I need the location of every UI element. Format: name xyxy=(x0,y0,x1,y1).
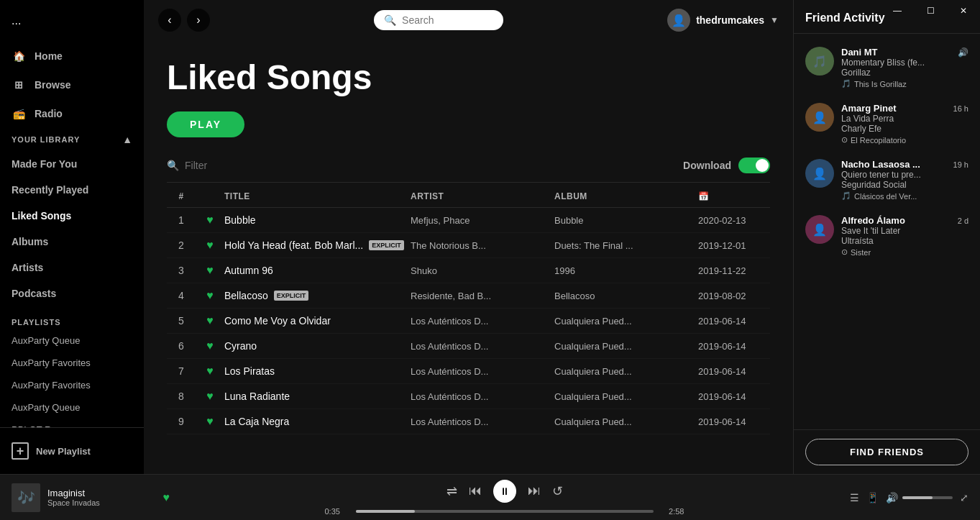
heart-icon[interactable]: ♥ xyxy=(196,390,224,403)
heart-icon[interactable]: ♥ xyxy=(196,314,224,327)
col-artist[interactable]: ARTIST xyxy=(411,191,554,201)
song-title-area: Luna Radiante xyxy=(224,391,411,402)
table-row[interactable]: 2 ♥ Hold Ya Head (feat. Bob Marl... EXPL… xyxy=(167,233,770,258)
table-row[interactable]: 5 ♥ Como Me Voy a Olvidar Los Auténticos… xyxy=(167,309,770,334)
sidebar-top: ··· 🏠 Home ⊞ Browse 📻 Radio YOUR LIBR xyxy=(0,0,144,312)
search-bar[interactable]: 🔍 xyxy=(374,10,503,30)
song-title-area: Hold Ya Head (feat. Bob Marl... EXPLICIT xyxy=(224,240,411,251)
playlist-item[interactable]: AuxParty Favorites xyxy=(0,352,144,374)
repeat-button[interactable]: ↺ xyxy=(552,483,563,499)
progress-track[interactable] xyxy=(356,510,654,513)
row-number: 4 xyxy=(167,290,196,301)
playlist-item[interactable]: AuxParty Queue xyxy=(0,396,144,419)
find-friends-button[interactable]: FIND FRIENDS xyxy=(805,439,968,465)
volume-control: 🔊 xyxy=(886,492,953,503)
col-heart xyxy=(196,191,224,201)
fullscreen-icon[interactable]: ⤢ xyxy=(960,492,968,503)
friend-info: Dani MT 🔊 Momentary Bliss (fe... Gorilla… xyxy=(841,47,968,88)
next-button[interactable]: ⏭ xyxy=(528,483,541,498)
queue-icon[interactable]: ☰ xyxy=(850,492,859,503)
songs-list: 1 ♥ Bubble Mefjus, Phace Bubble 2020-02-… xyxy=(167,208,770,434)
progress-bar-area: 0:35 2:58 xyxy=(325,507,684,516)
sidebar-item-home[interactable]: 🏠 Home xyxy=(0,42,144,70)
friend-song: Save It 'til Later xyxy=(841,226,968,236)
friend-info: Amarg Pinet 16 h La Vida Perra Charly Ef… xyxy=(841,103,968,145)
song-artist: The Notorious B... xyxy=(411,240,554,251)
play-button[interactable]: PLAY xyxy=(167,111,244,137)
play-pause-button[interactable]: ⏸ xyxy=(493,480,516,503)
col-title[interactable]: TITLE xyxy=(224,191,411,201)
player-right: ☰ 📱 🔊 ⤢ xyxy=(839,492,968,503)
sidebar-item-podcasts[interactable]: Podcasts xyxy=(0,280,144,306)
explicit-badge: EXPLICIT xyxy=(274,291,309,301)
friend-name-row: Dani MT 🔊 xyxy=(841,47,968,58)
new-playlist-button[interactable]: + New Playlist xyxy=(12,439,132,462)
volume-icon[interactable]: 🔊 xyxy=(886,492,898,503)
heart-icon[interactable]: ♥ xyxy=(196,415,224,428)
table-row[interactable]: 7 ♥ Los Piratas Los Auténticos D... Cual… xyxy=(167,359,770,384)
table-row[interactable]: 3 ♥ Autumn 96 Shuko 1996 2019-11-22 xyxy=(167,258,770,283)
table-row[interactable]: 9 ♥ La Caja Negra Los Auténticos D... Cu… xyxy=(167,409,770,434)
volume-slider[interactable] xyxy=(902,496,953,499)
col-album[interactable]: ALBUM xyxy=(554,191,698,201)
heart-icon[interactable]: ♥ xyxy=(163,491,170,504)
download-toggle[interactable] xyxy=(738,158,770,173)
sidebar-item-artists[interactable]: Artists xyxy=(0,255,144,280)
friend-song: Momentary Bliss (fe... xyxy=(841,58,968,68)
friend-song: Quiero tener tu pre... xyxy=(841,170,968,180)
table-row[interactable]: 8 ♥ Luna Radiante Los Auténticos D... Cu… xyxy=(167,384,770,409)
heart-icon[interactable]: ♥ xyxy=(196,239,224,252)
close-button[interactable]: ✕ xyxy=(947,0,980,22)
menu-dots-icon[interactable]: ··· xyxy=(12,17,21,30)
previous-button[interactable]: ⏮ xyxy=(469,483,482,498)
your-library-label: YOUR LIBRARY xyxy=(12,135,80,144)
browse-icon: ⊞ xyxy=(12,78,26,92)
download-label: Download xyxy=(683,160,731,171)
sidebar-item-made-for-you[interactable]: Made For You xyxy=(0,151,144,177)
search-input[interactable] xyxy=(402,14,488,26)
song-date: 2020-02-13 xyxy=(698,215,770,226)
heart-icon[interactable]: ♥ xyxy=(196,264,224,277)
playlist-item[interactable]: AuxParty Queue xyxy=(0,329,144,352)
toggle-knob xyxy=(756,159,769,172)
back-button[interactable]: ‹ xyxy=(158,9,181,32)
song-artist: Los Auténticos D... xyxy=(411,366,554,377)
sidebar-item-recently-played[interactable]: Recently Played xyxy=(0,177,144,203)
playlist-item[interactable]: PBLGT Ru... xyxy=(0,419,144,427)
friend-item[interactable]: 👤 Amarg Pinet 16 h La Vida Perra Charly … xyxy=(794,96,980,152)
heart-icon[interactable]: ♥ xyxy=(196,339,224,352)
friend-item[interactable]: 👤 Nacho Lasaosa ... 19 h Quiero tener tu… xyxy=(794,152,980,208)
sidebar-item-radio[interactable]: 📻 Radio xyxy=(0,99,144,128)
sidebar-item-liked-songs[interactable]: Liked Songs xyxy=(0,203,144,229)
circle-icon: ⊙ xyxy=(841,135,848,145)
song-date: 2019-12-01 xyxy=(698,240,770,251)
sidebar-item-label: Made For You xyxy=(12,158,77,170)
row-number: 3 xyxy=(167,265,196,276)
table-row[interactable]: 4 ♥ Bellacoso EXPLICIT Residente, Bad B.… xyxy=(167,283,770,309)
chevron-up-icon[interactable]: ▲ xyxy=(122,134,132,145)
heart-icon[interactable]: ♥ xyxy=(196,289,224,302)
song-date: 2019-06-14 xyxy=(698,366,770,377)
song-date: 2019-06-14 xyxy=(698,316,770,327)
table-row[interactable]: 6 ♥ Cyrano Los Auténticos D... Cualquier… xyxy=(167,334,770,359)
friend-item[interactable]: 👤 Alfredo Álamo 2 d Save It 'til Later U… xyxy=(794,208,980,264)
table-row[interactable]: 1 ♥ Bubble Mefjus, Phace Bubble 2020-02-… xyxy=(167,208,770,233)
track-info: Imaginist Space Invadas xyxy=(47,488,150,507)
sidebar-bottom: + New Playlist xyxy=(0,427,144,474)
chevron-down-icon[interactable]: ▼ xyxy=(770,15,779,25)
liked-songs-header: Liked Songs PLAY xyxy=(144,40,793,137)
sidebar-item-browse[interactable]: ⊞ Browse xyxy=(0,70,144,99)
minimize-button[interactable]: — xyxy=(881,0,914,22)
forward-button[interactable]: › xyxy=(187,9,210,32)
friend-activity-panel: Friend Activity 🎵 Dani MT 🔊 Momentary Bl… xyxy=(793,0,980,474)
maximize-button[interactable]: ☐ xyxy=(914,0,947,22)
shuffle-button[interactable]: ⇌ xyxy=(447,483,457,499)
friend-artist: Gorillaz xyxy=(841,68,968,78)
playlist-item[interactable]: AuxParty Favorites xyxy=(0,374,144,396)
sidebar-item-albums[interactable]: Albums xyxy=(0,229,144,255)
heart-icon[interactable]: ♥ xyxy=(196,214,224,227)
filter-input[interactable] xyxy=(185,160,311,171)
devices-icon[interactable]: 📱 xyxy=(866,492,879,503)
friend-item[interactable]: 🎵 Dani MT 🔊 Momentary Bliss (fe... Goril… xyxy=(794,40,980,96)
heart-icon[interactable]: ♥ xyxy=(196,365,224,378)
